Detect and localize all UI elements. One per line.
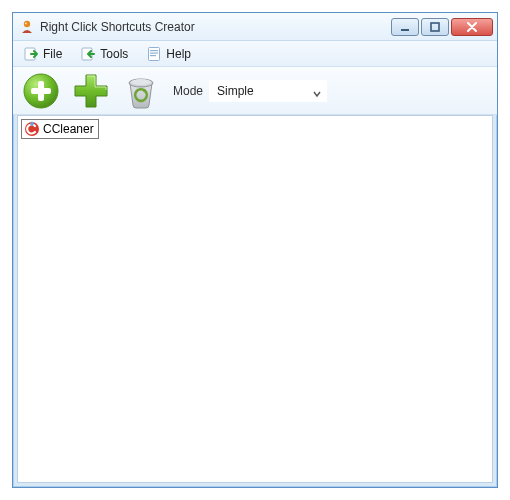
menu-help[interactable]: Help — [142, 44, 195, 64]
add-round-button[interactable] — [19, 69, 63, 113]
app-icon — [19, 19, 35, 35]
maximize-button[interactable] — [421, 18, 449, 36]
svg-rect-7 — [150, 50, 158, 51]
menu-tools-label: Tools — [100, 47, 128, 61]
svg-rect-8 — [150, 52, 158, 53]
add-plus-button[interactable] — [69, 69, 113, 113]
menu-help-label: Help — [166, 47, 191, 61]
help-doc-icon — [146, 46, 162, 62]
list-item[interactable]: CCleaner — [21, 119, 99, 139]
minimize-button[interactable] — [391, 18, 419, 36]
menubar: File Tools Help — [13, 41, 497, 67]
toolbar: Mode Simple — [13, 67, 497, 115]
svg-rect-6 — [149, 47, 160, 60]
file-export-icon — [23, 46, 39, 62]
close-button[interactable] — [451, 18, 493, 36]
svg-rect-13 — [31, 88, 51, 94]
svg-point-1 — [25, 22, 27, 24]
menu-tools[interactable]: Tools — [76, 44, 132, 64]
menu-file[interactable]: File — [19, 44, 66, 64]
menu-file-label: File — [43, 47, 62, 61]
delete-trash-button[interactable] — [119, 69, 163, 113]
chevron-down-icon — [313, 87, 321, 95]
svg-point-0 — [24, 20, 30, 26]
titlebar: Right Click Shortcuts Creator — [13, 13, 497, 41]
mode-select[interactable]: Simple — [209, 80, 327, 102]
ccleaner-icon — [24, 121, 40, 137]
svg-rect-9 — [150, 55, 156, 56]
svg-rect-2 — [401, 29, 409, 31]
tools-arrow-icon — [80, 46, 96, 62]
window-title: Right Click Shortcuts Creator — [40, 20, 195, 34]
plus-icon — [71, 71, 111, 111]
svg-rect-3 — [431, 23, 439, 31]
svg-point-15 — [131, 79, 151, 85]
content-area[interactable]: CCleaner — [17, 115, 493, 483]
mode-group: Mode Simple — [173, 80, 327, 102]
mode-label: Mode — [173, 84, 203, 98]
mode-select-value: Simple — [217, 84, 254, 98]
list-item-label: CCleaner — [43, 122, 96, 136]
app-window: Right Click Shortcuts Creator File — [12, 12, 498, 488]
plus-circle-icon — [21, 71, 61, 111]
trash-recycle-icon — [121, 71, 161, 111]
